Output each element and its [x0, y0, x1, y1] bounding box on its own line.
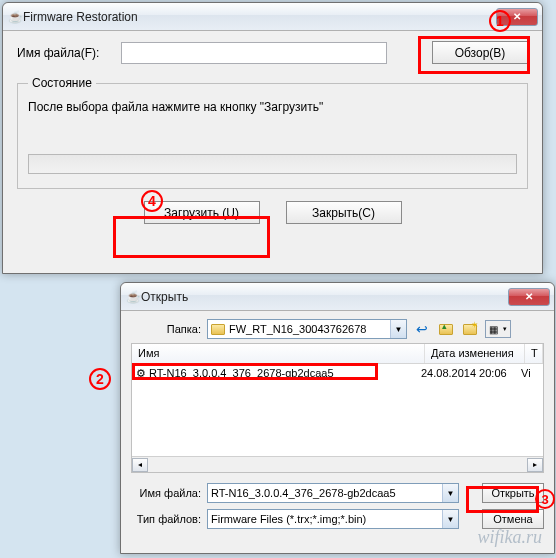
- list-header: Имя Дата изменения Т: [132, 344, 543, 364]
- table-row[interactable]: ⚙ RT-N16_3.0.0.4_376_2678-gb2dcaa5 24.08…: [132, 364, 543, 382]
- marker-2: 2: [89, 368, 111, 390]
- folder-combo[interactable]: FW_RT_N16_30043762678 ▼: [207, 319, 407, 339]
- scroll-right-icon[interactable]: ▸: [527, 458, 543, 472]
- status-text: После выбора файла нажмите на кнопку "За…: [28, 100, 517, 114]
- open-window-title: Открыть: [141, 290, 506, 304]
- file-date: 24.08.2014 20:06: [421, 367, 521, 379]
- col-type[interactable]: Т: [525, 344, 543, 363]
- progress-bar: [28, 154, 517, 174]
- filetype-label: Тип файлов:: [131, 513, 201, 525]
- col-name[interactable]: Имя: [132, 344, 425, 363]
- back-icon[interactable]: ↩: [413, 320, 431, 338]
- filetype-value: Firmware Files (*.trx;*.img;*.bin): [211, 513, 366, 525]
- view-menu-icon[interactable]: ▦▾: [485, 320, 511, 338]
- close-button[interactable]: Закрыть(C): [286, 201, 402, 224]
- open-titlebar: ☕ Открыть ✕: [121, 283, 554, 311]
- open-button[interactable]: Открыть: [482, 483, 544, 503]
- fw-titlebar: ☕ Firmware Restoration ✕: [3, 3, 542, 31]
- upload-button[interactable]: Загрузить (U): [144, 201, 260, 224]
- open-filename-label: Имя файла:: [131, 487, 201, 499]
- file-list: Имя Дата изменения Т ⚙ RT-N16_3.0.0.4_37…: [131, 343, 544, 473]
- file-type: Vi: [521, 367, 539, 379]
- status-legend: Состояние: [28, 76, 96, 90]
- chevron-down-icon[interactable]: ▼: [442, 510, 458, 528]
- open-filename-combo[interactable]: RT-N16_3.0.0.4_376_2678-gb2dcaa5 ▼: [207, 483, 459, 503]
- cancel-button[interactable]: Отмена: [482, 509, 544, 529]
- status-group: Состояние После выбора файла нажмите на …: [17, 76, 528, 189]
- filename-label: Имя файла(F):: [17, 46, 113, 60]
- java-icon: ☕: [125, 289, 141, 305]
- scroll-left-icon[interactable]: ◂: [132, 458, 148, 472]
- file-name: RT-N16_3.0.0.4_376_2678-gb2dcaa5: [149, 367, 334, 379]
- folder-label: Папка:: [131, 323, 201, 335]
- java-icon: ☕: [7, 9, 23, 25]
- filename-input[interactable]: [121, 42, 387, 64]
- fw-window-title: Firmware Restoration: [23, 10, 494, 24]
- h-scrollbar[interactable]: ◂ ▸: [132, 456, 543, 472]
- folder-value: FW_RT_N16_30043762678: [229, 323, 366, 335]
- browse-button[interactable]: Обзор(B): [432, 41, 528, 64]
- close-icon[interactable]: ✕: [508, 288, 550, 306]
- file-icon: ⚙: [136, 367, 146, 380]
- watermark: wifika.ru: [477, 527, 542, 548]
- open-filename-value: RT-N16_3.0.0.4_376_2678-gb2dcaa5: [211, 487, 396, 499]
- chevron-down-icon[interactable]: ▼: [390, 320, 406, 338]
- chevron-down-icon[interactable]: ▼: [442, 484, 458, 502]
- filetype-combo[interactable]: Firmware Files (*.trx;*.img;*.bin) ▼: [207, 509, 459, 529]
- up-folder-icon[interactable]: ▴: [437, 320, 455, 338]
- new-folder-icon[interactable]: ✶: [461, 320, 479, 338]
- close-icon[interactable]: ✕: [496, 8, 538, 26]
- folder-icon: [211, 324, 225, 335]
- col-date[interactable]: Дата изменения: [425, 344, 525, 363]
